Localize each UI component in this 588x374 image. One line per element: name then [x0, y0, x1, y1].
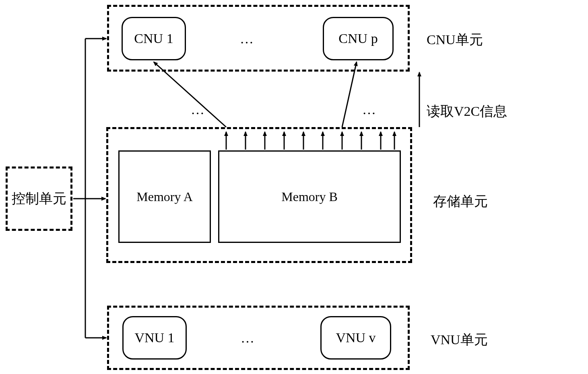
diagram-stage: 控制单元 CNU 1 … CNU p CNU单元 读取V2C信息 Memory … — [0, 0, 588, 374]
svg-line-16 — [154, 62, 226, 127]
storage-unit-label: 存储单元 — [433, 192, 488, 211]
vnu-1-node: VNU 1 — [122, 316, 187, 360]
read-v2c-label: 读取V2C信息 — [427, 102, 507, 121]
memory-b-box: Memory B — [218, 150, 401, 243]
vnu-1-label: VNU 1 — [134, 330, 174, 345]
control-unit-box: 控制单元 — [6, 166, 72, 231]
cnu-ellipsis: … — [240, 31, 254, 47]
vnu-ellipsis: … — [241, 331, 255, 346]
cnu-p-label: CNU p — [338, 31, 378, 46]
storage-ellipsis-right: … — [362, 102, 377, 117]
control-unit-label: 控制单元 — [12, 189, 66, 208]
cnu-1-label: CNU 1 — [134, 31, 173, 46]
vnu-unit-label: VNU单元 — [431, 331, 488, 349]
cnu-1-node: CNU 1 — [122, 17, 186, 60]
storage-ellipsis-left: … — [191, 102, 205, 117]
cnu-unit-label: CNU单元 — [427, 31, 483, 49]
cnu-p-node: CNU p — [323, 17, 394, 60]
vnu-v-label: VNU v — [336, 330, 375, 345]
memory-b-label: Memory B — [281, 189, 338, 204]
memory-a-label: Memory A — [136, 189, 193, 204]
vnu-v-node: VNU v — [320, 316, 391, 360]
svg-line-17 — [342, 62, 357, 127]
memory-a-box: Memory A — [118, 150, 211, 243]
